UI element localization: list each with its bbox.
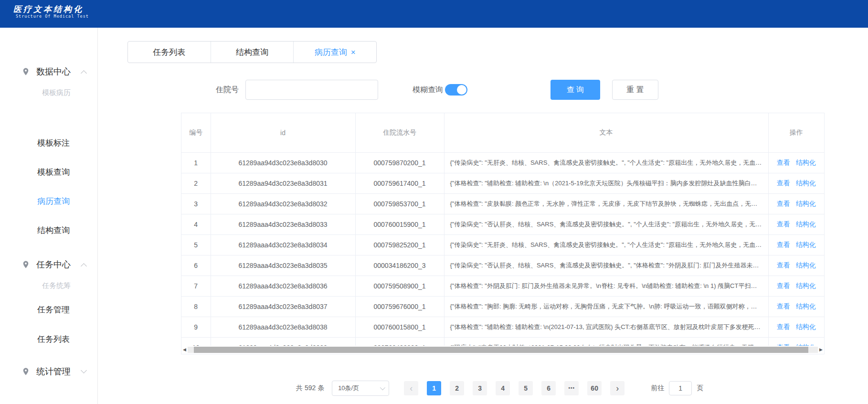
cell-text: {"传染病史": "否认肝炎、结核、SARS、禽流感史及密切接触史。", "个人… — [444, 214, 768, 234]
cell-serial: 000759617400_1 — [355, 173, 444, 193]
table-row: 4 61289aaa4d3c023e8a3d8033 000760015900_… — [181, 214, 824, 234]
admission-no-input[interactable] — [245, 80, 378, 100]
chevron-down-icon — [380, 385, 385, 390]
goto-label: 前往 — [651, 384, 664, 393]
view-link[interactable]: 查看 — [777, 282, 790, 289]
sidebar-item-template-annotate[interactable]: 模板标注 — [37, 137, 70, 149]
table-row: 2 61289aa94d3c023e8a3d8031 000759617400_… — [181, 173, 824, 193]
col-header-serial: 住院流水号 — [355, 113, 444, 152]
table-row: 6 61289aaa4d3c023e8a3d8035 000034186200_… — [181, 255, 824, 276]
view-link[interactable]: 查看 — [777, 220, 790, 228]
view-link[interactable]: 查看 — [777, 261, 790, 269]
sidebar-item-template-record[interactable]: 模板病历 — [42, 86, 71, 99]
structure-link[interactable]: 结构化 — [796, 220, 816, 228]
pagination: 共 592 条 10条/页 ‹ 1 2 3 4 5 6 ••• 60 › 前往 … — [296, 381, 703, 396]
cell-serial: 000760015800_1 — [355, 317, 444, 337]
tab-record-query[interactable]: 病历查询 × — [293, 42, 376, 63]
cell-serial: 000759676000_1 — [355, 296, 444, 317]
table-row: 7 61289aaa4d3c023e8a3d8036 000759508900_… — [181, 276, 824, 296]
scrollbar-track[interactable] — [188, 347, 818, 353]
view-link[interactable]: 查看 — [777, 241, 790, 248]
sidebar-group-data-center[interactable]: 数据中心 — [0, 62, 97, 81]
table-row: 1 61289aa94d3c023e8a3d8030 000759870200_… — [181, 152, 824, 173]
col-header-actions: 操作 — [768, 113, 824, 152]
view-link[interactable]: 查看 — [777, 159, 790, 166]
horizontal-scrollbar[interactable]: ◀ ▶ — [181, 346, 824, 354]
sidebar-item-task-manage[interactable]: 任务管理 — [37, 304, 70, 316]
scroll-left-icon[interactable]: ◀ — [183, 346, 186, 354]
cell-id: 61289aa94d3c023e8a3d8031 — [211, 173, 355, 193]
cell-id: 61289aaa4d3c023e8a3d8034 — [211, 234, 355, 255]
tab-structure-query[interactable]: 结构查询 — [211, 42, 294, 63]
next-page-button[interactable]: › — [610, 381, 625, 395]
table-row: 3 61289aa94d3c023e8a3d8032 000759853700_… — [181, 193, 824, 214]
fuzzy-query-label: 模糊查询 — [413, 80, 443, 100]
cell-serial: 000034186200_3 — [355, 255, 444, 276]
tab-label: 任务列表 — [153, 47, 185, 58]
reset-button[interactable]: 重 置 — [612, 80, 658, 100]
sidebar-group-task-center[interactable]: 任务中心 — [0, 255, 97, 274]
cell-actions: 查看结构化 — [768, 296, 824, 317]
view-link[interactable]: 查看 — [777, 323, 790, 330]
cell-no: 3 — [181, 193, 211, 214]
more-pages-button[interactable]: ••• — [564, 381, 579, 395]
tab-task-list[interactable]: 任务列表 — [128, 42, 211, 63]
sidebar-group-statistics[interactable]: 统计管理 — [0, 362, 97, 381]
page-button-4[interactable]: 4 — [496, 381, 510, 395]
prev-page-button[interactable]: ‹ — [404, 381, 418, 395]
scroll-right-icon[interactable]: ▶ — [819, 346, 823, 354]
page-button-1[interactable]: 1 — [427, 381, 441, 395]
sidebar-group-label: 数据中心 — [36, 66, 71, 77]
view-link[interactable]: 查看 — [777, 179, 790, 187]
cell-id: 61289aaa4d3c023e8a3d8033 — [211, 214, 355, 234]
view-link[interactable]: 查看 — [777, 200, 790, 207]
table-row: 8 61289aaa4d3c023e8a3d8037 000759676000_… — [181, 296, 824, 317]
close-icon[interactable]: × — [351, 48, 356, 56]
page-size-select[interactable]: 10条/页 — [332, 381, 389, 396]
sidebar-group-label: 统计管理 — [36, 366, 71, 377]
cell-actions: 查看结构化 — [768, 255, 824, 276]
cell-text: {"体格检查": "胸部: 胸廓: 无畸形，运动对称，无胸骨压痛，无皮下气肿。\… — [444, 296, 768, 317]
page-button-2[interactable]: 2 — [450, 381, 464, 395]
scrollbar-thumb[interactable] — [194, 347, 808, 353]
app-subtitle: Structure Of Medical Test — [16, 14, 89, 19]
page-button-3[interactable]: 3 — [473, 381, 487, 395]
page-button-5[interactable]: 5 — [519, 381, 533, 395]
cell-text: {"体格检查": "辅助检查: 辅助检查: \n（2021-5-19北京天坛医院… — [444, 173, 768, 193]
cell-actions: 查看结构化 — [768, 276, 824, 296]
structure-link[interactable]: 结构化 — [796, 179, 816, 187]
page-button-60[interactable]: 60 — [587, 381, 602, 395]
cell-text: {"体格检查": "皮肤黏膜: 颜色正常，无水肿，弹性正常，无皮疹，无皮下结节及… — [444, 193, 768, 214]
structure-link[interactable]: 结构化 — [796, 241, 816, 248]
location-pin-icon — [21, 367, 30, 376]
goto-suffix-label: 页 — [697, 384, 703, 393]
cell-no: 2 — [181, 173, 211, 193]
app-logo: 医疗文本结构化 Structure Of Medical Test — [13, 4, 89, 19]
sidebar-item-record-query[interactable]: 病历查询 — [37, 195, 70, 208]
structure-link[interactable]: 结构化 — [796, 282, 816, 289]
structure-link[interactable]: 结构化 — [796, 261, 816, 269]
structure-link[interactable]: 结构化 — [796, 302, 816, 310]
cell-text: {"传染病史": "无肝炎、结核、SARS、禽流感史及密切接触史。", "个人生… — [444, 234, 768, 255]
cell-actions: 查看结构化 — [768, 234, 824, 255]
sidebar-item-task-planning[interactable]: 任务统筹 — [42, 279, 71, 292]
cell-text: {"传染病史": "否认肝炎、结核、SARS、禽流感史及密切接触史。", "体格… — [444, 255, 768, 276]
cell-no: 6 — [181, 255, 211, 276]
tab-bar: 任务列表 结构查询 病历查询 × — [127, 41, 377, 63]
query-button[interactable]: 查 询 — [550, 80, 600, 100]
tab-label: 病历查询 — [315, 47, 347, 58]
fuzzy-query-toggle[interactable] — [445, 84, 467, 96]
goto-page-input[interactable] — [669, 381, 692, 395]
sidebar-item-template-query[interactable]: 模板查询 — [37, 166, 70, 179]
chevron-down-icon — [81, 367, 87, 373]
view-link[interactable]: 查看 — [777, 302, 790, 310]
sidebar-item-task-list[interactable]: 任务列表 — [37, 333, 70, 346]
sidebar-item-structure-query[interactable]: 结构查询 — [37, 224, 70, 237]
page-button-6[interactable]: 6 — [541, 381, 556, 395]
structure-link[interactable]: 结构化 — [796, 159, 816, 166]
table-row: 9 61289aaa4d3c023e8a3d8038 000760015800_… — [181, 317, 824, 337]
structure-link[interactable]: 结构化 — [796, 323, 816, 330]
cell-id: 61289aaa4d3c023e8a3d8037 — [211, 296, 355, 317]
results-table: 编号 id 住院流水号 文本 操作 1 61289aa94d3c023e8a3d… — [181, 113, 825, 354]
structure-link[interactable]: 结构化 — [796, 200, 816, 207]
